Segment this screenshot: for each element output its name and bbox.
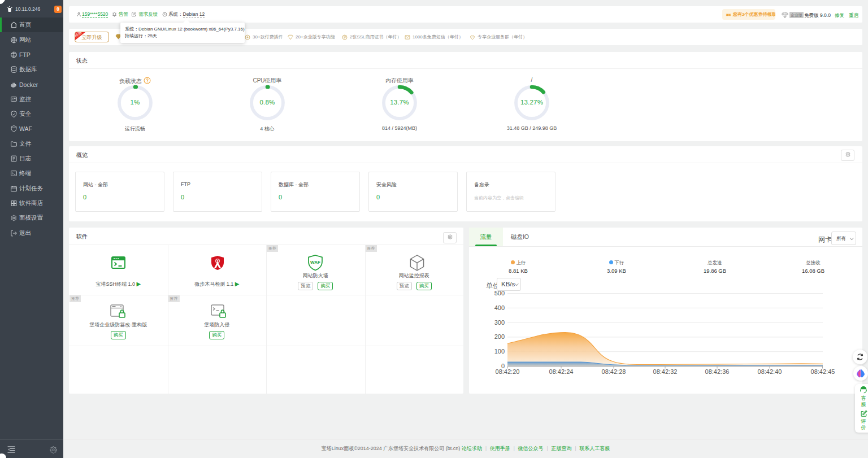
svg-text:WAF: WAF xyxy=(310,260,320,265)
